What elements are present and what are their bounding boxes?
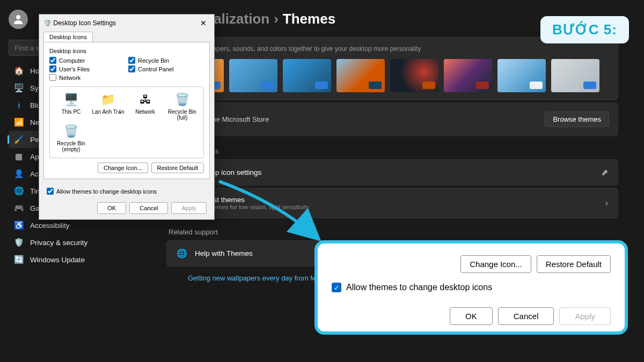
theme-tile[interactable] bbox=[229, 59, 277, 92]
desktop-icon-item[interactable]: 🗑️Recycle Bin (full) bbox=[165, 92, 199, 121]
nav-icon: 🔄 bbox=[14, 255, 24, 264]
theme-tile[interactable] bbox=[336, 59, 385, 92]
tab-desktop-icons[interactable]: Desktop Icons bbox=[43, 32, 93, 42]
nav-icon: 🛡️ bbox=[14, 238, 24, 247]
svg-point-0 bbox=[16, 15, 20, 19]
theme-tile[interactable] bbox=[444, 59, 492, 92]
nav-icon: 👤 bbox=[14, 169, 24, 179]
callout-allow-themes-checkbox[interactable]: ✓ Allow themes to change desktop icons bbox=[332, 283, 611, 292]
nav-icon: 🎮 bbox=[14, 203, 24, 213]
desktop-icon-checkbox[interactable]: Network bbox=[49, 74, 125, 81]
row-icon: 🌐 bbox=[177, 248, 187, 258]
user-avatar[interactable] bbox=[9, 10, 28, 29]
browse-themes-button[interactable]: Browse themes bbox=[545, 112, 609, 127]
shield-icon: 🛡️ bbox=[43, 19, 52, 27]
store-row: emes from the Microsoft Store Browse the… bbox=[166, 102, 618, 136]
allow-themes-checkbox[interactable]: Allow themes to change desktop icons bbox=[39, 183, 214, 199]
nav-icon: 🖌️ bbox=[14, 135, 24, 144]
nav-icon: 📶 bbox=[14, 117, 24, 127]
setting-row[interactable]: 🖵Desktop icon settings⬈ bbox=[166, 159, 618, 186]
theme-tile[interactable] bbox=[390, 59, 438, 92]
callout-ok-button[interactable]: OK bbox=[450, 307, 493, 325]
nav-icon: ♿ bbox=[14, 220, 24, 230]
theme-tile[interactable] bbox=[551, 59, 599, 92]
external-link-icon: ⬈ bbox=[601, 167, 608, 178]
callout-change-icon-button[interactable]: Change Icon... bbox=[460, 255, 531, 273]
apply-button[interactable]: Apply bbox=[171, 202, 207, 214]
desktop-icon-checkbox[interactable]: Recycle Bin bbox=[128, 57, 204, 64]
nav-label: Ho bbox=[30, 67, 39, 75]
setting-row[interactable]: ◐Contrast themesColor themes for low vis… bbox=[166, 188, 618, 218]
theme-tile[interactable] bbox=[497, 59, 546, 92]
desktop-icon-item[interactable]: 🖥️This PC bbox=[54, 92, 88, 121]
theme-grid bbox=[175, 59, 609, 92]
chevron-right-icon: › bbox=[605, 198, 608, 208]
checkmark-icon: ✓ bbox=[332, 283, 341, 292]
desktop-icon-item[interactable]: 🗑️Recycle Bin (empty) bbox=[54, 124, 88, 152]
desktop-icons-group-label: Desktop icons bbox=[49, 48, 204, 54]
desktop-icon-checkbox[interactable]: Computer bbox=[49, 57, 125, 64]
sidebar-item[interactable]: 🔄Windows Update bbox=[9, 251, 149, 268]
nav-label: Windows Update bbox=[30, 256, 85, 264]
related-support-title: Related support bbox=[169, 228, 618, 236]
nav-icon: ▦ bbox=[14, 152, 24, 161]
nav-icon: 🏠 bbox=[14, 66, 24, 76]
desktop-icon-settings-dialog: 🛡️ Desktop Icon Settings ✕ Desktop Icons… bbox=[39, 14, 215, 220]
desktop-icon-checkbox[interactable]: Control Panel bbox=[128, 65, 204, 72]
nav-icon: 🌐 bbox=[14, 186, 24, 196]
nav-icon: 🖥️ bbox=[14, 83, 24, 93]
dialog-title: Desktop Icon Settings bbox=[53, 19, 116, 27]
themes-card: ation of wallpapers, sounds, and colors … bbox=[166, 37, 618, 100]
breadcrumb-current: Themes bbox=[283, 11, 335, 27]
callout-cancel-button[interactable]: Cancel bbox=[498, 307, 554, 325]
restore-default-button[interactable]: Restore Default bbox=[151, 162, 204, 173]
callout-apply-button[interactable]: Apply bbox=[559, 307, 611, 325]
cancel-button[interactable]: Cancel bbox=[129, 202, 168, 214]
dialog-titlebar: 🛡️ Desktop Icon Settings ✕ bbox=[39, 14, 214, 32]
ok-button[interactable]: OK bbox=[97, 202, 126, 214]
nav-label: Privacy & security bbox=[30, 239, 87, 247]
related-settings-title: Related settings bbox=[169, 147, 618, 155]
nav-label: Accessibility bbox=[30, 221, 70, 230]
step-badge: BƯỚC 5: bbox=[540, 16, 629, 43]
close-icon[interactable]: ✕ bbox=[197, 18, 210, 28]
nav-icon: ᚼ bbox=[14, 100, 24, 110]
sidebar-item[interactable]: 🛡️Privacy & security bbox=[9, 234, 149, 251]
change-icon-button[interactable]: Change Icon... bbox=[98, 162, 148, 173]
desktop-icon-item[interactable]: 🖧Network bbox=[128, 92, 162, 121]
callout-restore-default-button[interactable]: Restore Default bbox=[537, 255, 611, 273]
callout-zoom: Change Icon... Restore Default ✓ Allow t… bbox=[314, 240, 628, 335]
desktop-icon-item[interactable]: 📁Lan Anh Trần bbox=[91, 92, 125, 121]
desktop-icon-checkbox[interactable]: User's Files bbox=[49, 65, 125, 72]
theme-tile[interactable] bbox=[283, 59, 331, 92]
themes-subtitle: ation of wallpapers, sounds, and colors … bbox=[175, 45, 609, 53]
